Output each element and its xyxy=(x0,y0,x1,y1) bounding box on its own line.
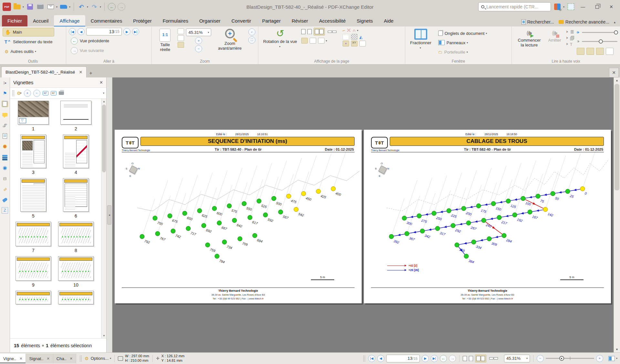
toolbar-overflow-caret[interactable]: ▾ xyxy=(103,92,104,95)
layers-panel-icon[interactable] xyxy=(2,154,8,160)
select-text-button[interactable]: T⌃Sélectionner du texte xyxy=(3,37,54,46)
last-page-button[interactable]: ▶| xyxy=(132,28,139,35)
rotate-view-button[interactable]: ↻ Rotation de la vue▾ xyxy=(261,28,299,49)
thumbnail-page-7[interactable] xyxy=(16,222,51,246)
open-dropdown-caret[interactable]: ▾ xyxy=(23,5,24,8)
tab-signets[interactable]: Signets xyxy=(351,15,378,26)
panel-splitter[interactable]: ◂ xyxy=(107,77,112,352)
read-prev-icon[interactable]: 🕨 xyxy=(565,29,568,34)
comments-panel-icon[interactable] xyxy=(2,111,8,118)
continuous-page-icon[interactable] xyxy=(307,29,312,34)
document-tabs-menu[interactable]: Onglets de document▾ xyxy=(438,29,487,37)
thumbnail-page-5[interactable] xyxy=(20,178,46,212)
snap-caret[interactable]: ▾ xyxy=(357,29,358,32)
other-tools-button[interactable]: ⚙Autres outils▾ xyxy=(3,47,54,56)
thumbnail-page-1[interactable] xyxy=(18,101,49,125)
quick-launch-search[interactable]: Lancement rapide (CTR... xyxy=(478,2,551,11)
tts-option-3-icon[interactable] xyxy=(596,48,604,55)
sb-zoom-in-button[interactable]: + xyxy=(596,355,603,362)
sb-zoom-slider[interactable] xyxy=(546,358,594,359)
zoom-inout-button[interactable]: + Zoom avant/arrière xyxy=(213,28,246,52)
loupe-icon[interactable]: ⛶ xyxy=(248,36,255,44)
email-button[interactable] xyxy=(46,3,55,11)
start-reading-button[interactable]: 🕪▶ Commencer la lecture xyxy=(514,28,544,49)
tab-protger[interactable]: Protéger xyxy=(128,15,157,26)
document-scrollbar[interactable]: ▲▼ xyxy=(614,77,620,352)
ui-options-caret[interactable]: ▾ xyxy=(563,5,564,8)
sb-prev-view-button[interactable]: ← xyxy=(440,355,447,362)
crosshair-cursor-icon[interactable]: ＋ xyxy=(343,41,349,46)
portfolio-menu[interactable]: 🗀Portefeuille▾ xyxy=(438,48,487,56)
page-layout-caret[interactable]: ▾ xyxy=(326,39,327,42)
thumbnails-scrollbar[interactable]: ▲▼ xyxy=(101,99,106,338)
thumbnail-page-11[interactable] xyxy=(16,291,51,304)
back-view-button[interactable]: ← xyxy=(108,3,116,11)
fit-page-icon[interactable] xyxy=(178,28,184,34)
tab-partager[interactable]: Partager xyxy=(257,15,286,26)
tts-option-1-icon[interactable] xyxy=(577,48,584,55)
sb-next-page-button[interactable]: ▶ xyxy=(422,355,429,362)
rotate-ccw-button[interactable]: 90° xyxy=(43,91,48,96)
minimize-button[interactable]: — xyxy=(577,3,588,11)
main-tool-button[interactable]: ✋Main xyxy=(3,28,54,36)
read-page-icon[interactable]: 🗏 xyxy=(570,29,575,35)
thumbnail-page-9[interactable] xyxy=(16,256,51,281)
redo-button[interactable]: ↷ xyxy=(90,3,98,11)
sb-zoom-field[interactable]: 45.31%▾ xyxy=(504,355,530,362)
panel-close-icon[interactable]: ✕ xyxy=(99,80,103,85)
tab-affichage[interactable]: Affichage xyxy=(54,15,85,26)
tab-accessibilit[interactable]: Accessibilité xyxy=(314,15,351,26)
bookmarks-panel-icon[interactable]: ⚑ xyxy=(2,90,8,96)
zoom-in-button[interactable]: + xyxy=(195,37,202,44)
tab-aide[interactable]: Aide xyxy=(378,15,399,26)
tts-option-4-icon[interactable] xyxy=(606,48,614,55)
cover-mode-icon[interactable] xyxy=(318,38,325,44)
attachments-panel-icon[interactable]: 🖇 xyxy=(2,122,8,128)
two-page-continuous-icon[interactable] xyxy=(327,30,337,34)
new-tab-button[interactable]: + xyxy=(87,69,95,77)
thumbnail-zoom-out-button[interactable]: − xyxy=(33,90,40,97)
read-text-icon[interactable]: T xyxy=(570,42,575,47)
tts-option-2-icon[interactable] xyxy=(586,48,594,55)
marquee-zoom-icon[interactable]: ⌕ xyxy=(248,28,255,35)
rotate-cw-button[interactable]: 90° xyxy=(51,91,57,96)
sb-grid-view-icon[interactable] xyxy=(488,356,499,360)
tab-accueil[interactable]: Accueil xyxy=(27,15,54,26)
tab-commentaires[interactable]: Commentaires xyxy=(85,15,128,26)
panel-tab-vigne[interactable]: Vigne..✕ xyxy=(0,354,26,363)
speed-slider[interactable] xyxy=(582,41,617,42)
close-button[interactable]: × xyxy=(606,3,617,11)
read-next-icon[interactable]: 🕨 xyxy=(565,35,568,40)
thumbnail-zoom-in-button[interactable]: + xyxy=(24,90,31,97)
save-button[interactable] xyxy=(26,3,34,11)
sb-single-page-icon[interactable] xyxy=(463,356,467,361)
panels-menu[interactable]: Panneaux▾ xyxy=(438,38,487,47)
sb-two-page-icon[interactable] xyxy=(475,355,486,362)
document-view[interactable]: 4004254504755005255505756006256506757005… xyxy=(112,77,614,352)
structure-panel-icon[interactable]: ⊟ xyxy=(2,175,8,182)
order-panel-icon[interactable]: Z xyxy=(2,207,8,214)
sb-continuous-icon[interactable] xyxy=(469,356,473,361)
scan-dropdown-caret[interactable]: ▾ xyxy=(69,5,70,8)
page-order-21-icon[interactable] xyxy=(310,38,316,44)
thumbnail-options-button[interactable]: ⚙▾ xyxy=(17,91,22,96)
search-command[interactable]: Rechercher... xyxy=(522,19,554,25)
redo-dropdown-caret[interactable]: ▾ xyxy=(100,5,101,8)
session-icon[interactable] xyxy=(568,4,574,10)
tags-panel-icon[interactable] xyxy=(2,197,8,203)
ui-options-icon[interactable] xyxy=(554,4,561,10)
panel-tab-cha[interactable]: Cha..✕ xyxy=(53,354,76,363)
tab-convertir[interactable]: Convertir xyxy=(226,15,257,26)
thumbnails-panel-icon[interactable] xyxy=(2,101,8,107)
ruler-icon[interactable]: ⌐ xyxy=(343,28,345,33)
print-button[interactable] xyxy=(36,3,45,11)
zoom-out-button[interactable]: − xyxy=(195,45,202,52)
tab-rviser[interactable]: Réviser xyxy=(286,15,314,26)
first-page-button[interactable]: |◀ xyxy=(69,28,76,35)
advanced-search-command[interactable]: Recherche avancée... xyxy=(559,19,609,25)
snap-layout-icon[interactable] xyxy=(301,38,308,44)
fields-panel-icon[interactable] xyxy=(2,133,8,139)
links-panel-icon[interactable]: ∞ xyxy=(0,185,9,194)
volume-slider[interactable] xyxy=(582,32,617,33)
panel-tab-signat[interactable]: Signat..✕ xyxy=(26,354,53,363)
